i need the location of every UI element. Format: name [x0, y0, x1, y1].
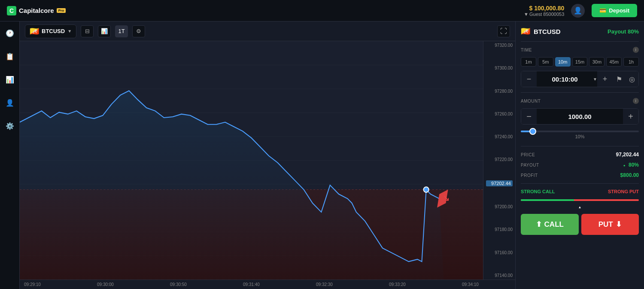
put-icon: ⬇ [616, 220, 622, 229]
settings-button[interactable]: ⚙ [132, 25, 145, 37]
bar-chart-icon: 📊 [101, 28, 108, 34]
profit-row: PROFIT $800.00 [521, 172, 639, 178]
x-label-3: 09:30:50 [170, 282, 187, 287]
time-flag-button[interactable]: ⚑ [613, 71, 626, 87]
sentiment-arrow [521, 205, 639, 210]
logo-icon: C [7, 6, 16, 15]
chart-svg-wrapper: ↘ [20, 41, 483, 280]
sidebar-item-profile[interactable]: 👤 [3, 95, 17, 110]
right-panel: 🇧🇹 BTCUSD Payout 80% TIME i 1m 5m 10m 15… [515, 21, 644, 289]
time-btn-1h[interactable]: 1h [623, 57, 639, 67]
y-label-10: 97140.00 [486, 273, 513, 278]
sentiment-bar [521, 199, 639, 201]
svg-text:C: C [9, 7, 14, 14]
time-btn-30m[interactable]: 30m [589, 57, 605, 67]
payout-label: Payout 80% [608, 28, 639, 35]
balance-display[interactable]: $ 100,000.80 ▼ Guest 85000053 [524, 5, 564, 17]
y-label-5: 97240.00 [486, 134, 513, 139]
payout-row: PAYOUT ● 80% [521, 162, 639, 168]
y-label-1: 97320.00 [486, 43, 513, 48]
amount-increase-button[interactable]: + [623, 109, 638, 124]
y-label-9: 97160.00 [486, 250, 513, 255]
strong-put-label: STRONG PUT [608, 189, 639, 194]
amount-display: 1000.00 [537, 113, 623, 120]
chart-toolbar: 🇧🇹 BTCUSD ▼ ⊟ 📊 1T ⚙ ⛶ [20, 21, 515, 41]
call-button[interactable]: ⬆ CALL [521, 214, 579, 235]
price-row: PRICE 97,202.44 [521, 152, 639, 158]
balance-caret: ▼ [524, 12, 529, 17]
chart-expand-button[interactable]: ⛶ [497, 25, 510, 37]
sidebar-item-settings[interactable]: ⚙️ [3, 119, 17, 133]
time-buttons: 1m 5m 10m 15m 30m 45m 1h [521, 57, 639, 67]
time-btn-10m[interactable]: 10m [555, 57, 571, 67]
divider-3 [521, 146, 639, 146]
balance-amount: $ 100,000.80 [529, 5, 565, 12]
strong-row: STRONG CALL STRONG PUT [521, 189, 639, 194]
profit-row-label: PROFIT [521, 173, 538, 178]
slider-thumb[interactable] [529, 128, 536, 135]
bar-chart-button[interactable]: 📊 [98, 25, 111, 37]
payout-row-value: ● 80% [623, 162, 639, 168]
time-dropdown-icon: ▼ [593, 77, 597, 82]
put-button[interactable]: PUT ⬇ [581, 214, 639, 235]
sentiment-bar-green [521, 199, 574, 201]
put-label: PUT [598, 220, 613, 229]
y-label-current: 97202.44 [486, 180, 513, 186]
deposit-icon: 💳 [599, 7, 606, 14]
sidebar-item-charts[interactable]: 📊 [3, 72, 17, 87]
avatar[interactable]: 👤 [571, 4, 585, 18]
divider-2 [521, 92, 639, 93]
time-btn-15m[interactable]: 15m [572, 57, 588, 67]
time-info-icon[interactable]: i [633, 47, 639, 53]
chart-container: ↘ 97320.00 97300.00 97280.00 97260.00 97… [20, 41, 515, 280]
time-control: − 00:10:00 ▼ + ⚑ ◎ [521, 71, 639, 87]
strong-call-label: STRONG CALL [521, 189, 555, 194]
symbol-dropdown-icon: ▼ [67, 29, 72, 33]
amount-control: − 1000.00 + [521, 108, 639, 125]
deposit-button[interactable]: 💳 Deposit [592, 4, 637, 17]
guest-name: Guest 85000053 [529, 12, 564, 17]
time-increase-button[interactable]: + [597, 71, 613, 87]
amount-label-text: AMOUNT [521, 99, 541, 103]
symbol-flag: 🇧🇹 [30, 27, 39, 36]
slider-pct-label: 10% [521, 134, 639, 139]
amount-decrease-button[interactable]: − [521, 109, 537, 124]
y-label-3: 97280.00 [486, 89, 513, 94]
call-label: CALL [544, 220, 564, 229]
y-label-4: 97260.00 [486, 112, 513, 116]
price-row-label: PRICE [521, 152, 535, 157]
profit-row-value: $800.00 [620, 172, 639, 178]
amount-info-icon[interactable]: i [633, 98, 639, 104]
x-label-1: 09:29:10 [24, 282, 41, 287]
logo-pro-badge: Pro [57, 8, 66, 13]
panel-header: 🇧🇹 BTCUSD Payout 80% [521, 27, 639, 36]
settings-icon: ⚙ [136, 28, 141, 34]
time-section-label: TIME i [521, 47, 639, 53]
sidebar-item-orders[interactable]: 📋 [3, 49, 17, 64]
symbol-selector[interactable]: 🇧🇹 BTCUSD ▼ [25, 24, 76, 38]
logo: C Capitalcore Pro [7, 6, 66, 15]
symbol-name: BTCUSD [42, 28, 65, 34]
price-chart-svg: ↘ [20, 41, 483, 280]
time-decrease-button[interactable]: − [521, 71, 537, 87]
x-label-2: 09:30:00 [97, 282, 114, 287]
call-icon: ⬆ [536, 220, 542, 229]
guest-label: ▼ Guest 85000053 [524, 12, 564, 17]
chart-type-icon: ⊟ [85, 28, 90, 34]
panel-symbol: 🇧🇹 BTCUSD [521, 27, 561, 36]
time-btn-1m[interactable]: 1m [521, 57, 536, 67]
y-label-7: 97200.00 [486, 204, 513, 209]
amount-slider-container: 10% [521, 129, 639, 141]
time-btn-5m[interactable]: 5m [538, 57, 553, 67]
timeframe-label: 1T [118, 28, 125, 34]
svg-text:↘: ↘ [443, 192, 450, 202]
timeframe-button[interactable]: 1T [115, 25, 128, 37]
chart-type-button[interactable]: ⊟ [81, 25, 94, 37]
expand-icon: ⛶ [500, 27, 507, 35]
left-sidebar: 🕐 📋 📊 👤 ⚙️ [0, 21, 20, 289]
time-btn-45m[interactable]: 45m [606, 57, 622, 67]
time-circle-button[interactable]: ◎ [626, 71, 638, 87]
y-label-8: 97180.00 [486, 227, 513, 232]
sidebar-item-clock[interactable]: 🕐 [3, 26, 17, 40]
divider-4 [521, 183, 639, 184]
